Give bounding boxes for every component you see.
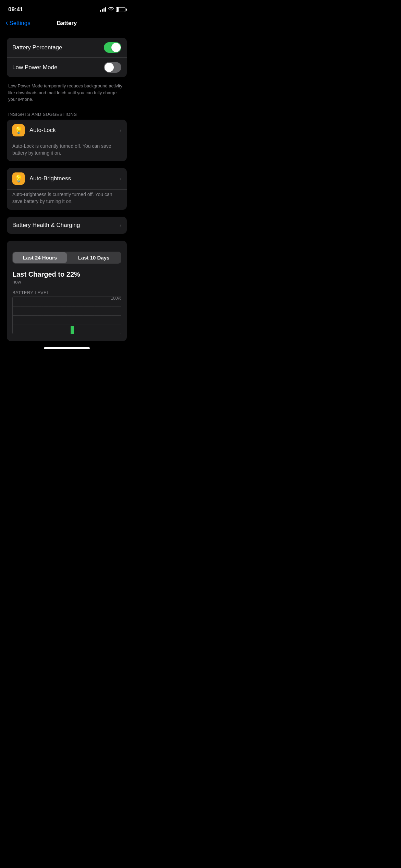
low-power-mode-toggle[interactable] bbox=[104, 62, 121, 73]
nav-bar: ‹ Settings Battery bbox=[0, 17, 134, 32]
grid-line-50 bbox=[13, 315, 121, 316]
battery-icon: 22 bbox=[116, 7, 125, 12]
auto-lock-icon: 💡 bbox=[12, 124, 25, 136]
battery-chart: 100% bbox=[12, 297, 121, 334]
low-power-note: Low Power Mode temporarily reduces backg… bbox=[7, 80, 127, 110]
auto-brightness-row[interactable]: 💡 Auto-Brightness › bbox=[7, 168, 127, 189]
battery-level-label: BATTERY LEVEL bbox=[12, 290, 121, 295]
grid-line-25 bbox=[13, 325, 121, 325]
period-24h-button[interactable]: Last 24 Hours bbox=[13, 252, 67, 263]
auto-brightness-card[interactable]: 💡 Auto-Brightness › Auto-Brightness is c… bbox=[7, 168, 127, 210]
auto-brightness-icon: 💡 bbox=[12, 172, 25, 185]
battery-toggles-card: Battery Percentage Low Power Mode bbox=[7, 38, 127, 77]
chart-area bbox=[12, 297, 121, 334]
back-chevron-icon: ‹ bbox=[5, 19, 8, 27]
auto-brightness-chevron-icon: › bbox=[120, 176, 121, 182]
auto-lock-description: Auto-Lock is currently turned off. You c… bbox=[7, 141, 127, 161]
status-bar: 09:41 22 bbox=[0, 0, 134, 17]
period-picker[interactable]: Last 24 Hours Last 10 Days bbox=[12, 252, 121, 264]
battery-health-label: Battery Health & Charging bbox=[12, 222, 80, 229]
status-icons: 22 bbox=[100, 7, 125, 12]
auto-brightness-label: Auto-Brightness bbox=[29, 175, 115, 182]
auto-brightness-description: Auto-Brightness is currently turned off.… bbox=[7, 189, 127, 210]
last-charged-sub: now bbox=[12, 279, 121, 285]
battery-health-card[interactable]: Battery Health & Charging › bbox=[7, 217, 127, 234]
low-power-mode-row: Low Power Mode bbox=[7, 57, 127, 77]
chart-card: Last 24 Hours Last 10 Days Last Charged … bbox=[7, 241, 127, 341]
battery-percentage-row: Battery Percentage bbox=[7, 38, 127, 57]
main-content: Battery Percentage Low Power Mode Low Po… bbox=[0, 38, 134, 341]
battery-bar bbox=[71, 326, 74, 334]
battery-percentage-toggle[interactable] bbox=[104, 42, 121, 53]
auto-lock-row[interactable]: 💡 Auto-Lock › bbox=[7, 120, 127, 141]
period-10d-button[interactable]: Last 10 Days bbox=[67, 252, 121, 263]
battery-percentage-label: Battery Percentage bbox=[12, 44, 62, 51]
grid-line-75 bbox=[13, 306, 121, 306]
toggle-knob-2 bbox=[105, 63, 114, 72]
toggle-knob bbox=[111, 43, 121, 52]
insights-section-header: INSIGHTS AND SUGGESTIONS bbox=[7, 110, 127, 120]
home-bar bbox=[44, 347, 90, 349]
auto-lock-chevron-icon: › bbox=[120, 127, 121, 133]
home-indicator bbox=[0, 344, 134, 352]
page-title: Battery bbox=[57, 20, 77, 27]
back-label: Settings bbox=[9, 20, 30, 27]
signal-icon bbox=[100, 8, 106, 12]
battery-health-row[interactable]: Battery Health & Charging › bbox=[7, 217, 127, 234]
auto-lock-card[interactable]: 💡 Auto-Lock › Auto-Lock is currently tur… bbox=[7, 120, 127, 161]
auto-lock-label: Auto-Lock bbox=[29, 127, 115, 134]
last-charged-title: Last Charged to 22% bbox=[12, 270, 121, 278]
wifi-icon bbox=[108, 7, 114, 12]
low-power-mode-label: Low Power Mode bbox=[12, 64, 57, 71]
back-button[interactable]: ‹ Settings bbox=[5, 20, 31, 27]
status-time: 09:41 bbox=[8, 6, 23, 13]
battery-health-chevron-icon: › bbox=[120, 222, 121, 228]
